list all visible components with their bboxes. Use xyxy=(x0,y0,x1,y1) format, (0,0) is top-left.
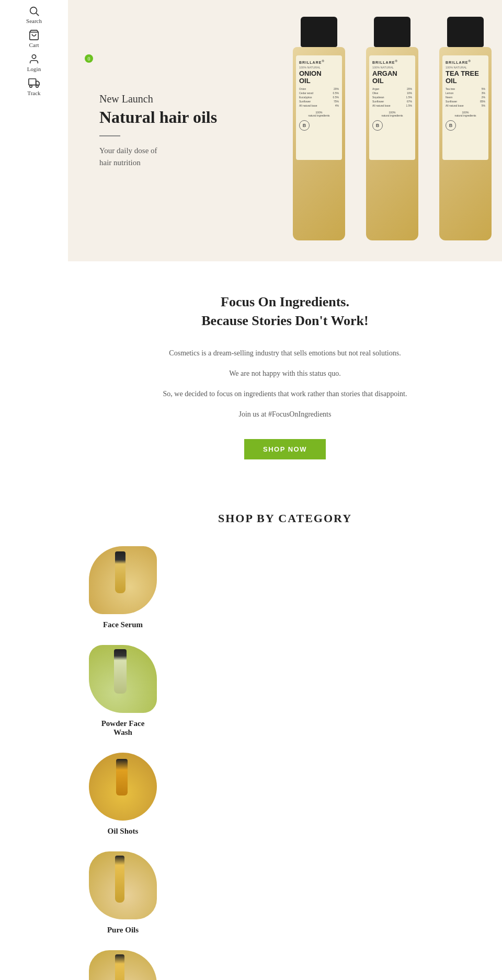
nav-track[interactable]: Track xyxy=(27,77,40,96)
svg-point-0 xyxy=(30,7,37,14)
bottle-body-1: BRILLARE® 100% NATURAL ONIONOIL Onion20%… xyxy=(293,47,345,240)
focus-para-4: Join us at #FocusOnIngredients xyxy=(128,408,442,421)
facewash-image xyxy=(89,645,157,713)
oilshots-image xyxy=(89,753,157,821)
nav-sidebar: Search Cart 0 Login Track xyxy=(0,0,68,980)
focus-section: Focus On Ingredients. Because Stories Do… xyxy=(68,261,502,491)
track-icon xyxy=(28,77,40,89)
search-icon xyxy=(28,5,40,17)
category-item-pure-oils[interactable]: Pure Oils xyxy=(89,851,193,935)
category-name-oil-shots: Oil Shots xyxy=(89,827,157,836)
category-image-powder-face-wash xyxy=(89,645,157,713)
category-name-pure-oils: Pure Oils xyxy=(89,926,157,935)
bottle-teatree: BRILLARE® 100% NATURAL TEA TREEOIL Tea t… xyxy=(429,0,502,261)
focus-title: Focus On Ingredients. Because Stories Do… xyxy=(89,293,481,331)
svg-point-5 xyxy=(30,85,32,88)
hero-banner: New Launch Natural hair oils Your daily … xyxy=(68,0,502,261)
category-image-pure-oils xyxy=(89,851,157,919)
svg-rect-4 xyxy=(29,79,36,85)
category-list: Face Serum Powder FaceWash Oil Shots Pur… xyxy=(89,546,481,980)
category-item-powder-face-wash[interactable]: Powder FaceWash xyxy=(89,645,193,737)
shop-now-button[interactable]: SHOP NOW xyxy=(244,439,326,459)
product-title: Natural hair oils xyxy=(99,107,256,127)
category-image-face-serum xyxy=(89,546,157,614)
bottle-cap-1 xyxy=(301,17,337,47)
category-item-oil-shots[interactable]: Oil Shots xyxy=(89,753,193,836)
hero-bottles: BRILLARE® 100% NATURAL ONIONOIL Onion20%… xyxy=(282,0,502,261)
nav-search[interactable]: Search xyxy=(26,5,42,24)
bottle-label-1: BRILLARE® 100% NATURAL ONIONOIL Onion20%… xyxy=(296,55,342,160)
svg-point-6 xyxy=(36,85,39,88)
category-item-last[interactable] xyxy=(89,950,193,980)
bottle-cap-2 xyxy=(374,17,410,47)
svg-line-1 xyxy=(36,13,39,16)
bottle-body-2: BRILLARE® 100% NATURAL ARGANOIL Argan20%… xyxy=(366,47,418,240)
bottle-label-2: BRILLARE® 100% NATURAL ARGANOIL Argan20%… xyxy=(369,55,415,160)
cart-icon xyxy=(28,29,40,41)
bottle-argan: BRILLARE® 100% NATURAL ARGANOIL Argan20%… xyxy=(356,0,429,261)
nav-cart[interactable]: Cart 0 xyxy=(28,29,40,48)
hero-divider xyxy=(99,135,120,136)
category-name-face-serum: Face Serum xyxy=(89,620,157,629)
bottle-cap-3 xyxy=(447,17,484,47)
bottle-body-3: BRILLARE® 100% NATURAL TEA TREEOIL Tea t… xyxy=(439,47,492,240)
new-launch-label: New Launch xyxy=(99,93,256,105)
category-image-last xyxy=(89,950,157,980)
focus-para-1: Cosmetics is a dream-selling industry th… xyxy=(128,347,442,360)
user-icon xyxy=(28,53,40,65)
category-image-oil-shots xyxy=(89,753,157,821)
category-item-face-serum[interactable]: Face Serum xyxy=(89,546,193,629)
bottle-label-3: BRILLARE® 100% NATURAL TEA TREEOIL Tea t… xyxy=(442,55,488,160)
focus-para-3: So, we decided to focus on ingredients t… xyxy=(128,387,442,400)
serum-image xyxy=(89,546,157,614)
svg-point-3 xyxy=(32,55,36,59)
hero-text: New Launch Natural hair oils Your daily … xyxy=(99,93,256,168)
lastcat-image xyxy=(89,950,157,980)
category-section: SHOP BY CATEGORY Face Serum Powder FaceW… xyxy=(68,491,502,980)
category-section-title: SHOP BY CATEGORY xyxy=(89,512,481,525)
nav-login[interactable]: Login xyxy=(27,53,41,72)
bottle-onion: BRILLARE® 100% NATURAL ONIONOIL Onion20%… xyxy=(282,0,356,261)
category-name-powder-face-wash: Powder FaceWash xyxy=(89,719,157,737)
cart-badge: 0 xyxy=(85,54,93,63)
pureoils-image xyxy=(89,851,157,919)
focus-para-2: We are not happy with this status quo. xyxy=(128,367,442,380)
hero-subtitle: Your daily dose ofhair nutrition xyxy=(99,145,256,168)
